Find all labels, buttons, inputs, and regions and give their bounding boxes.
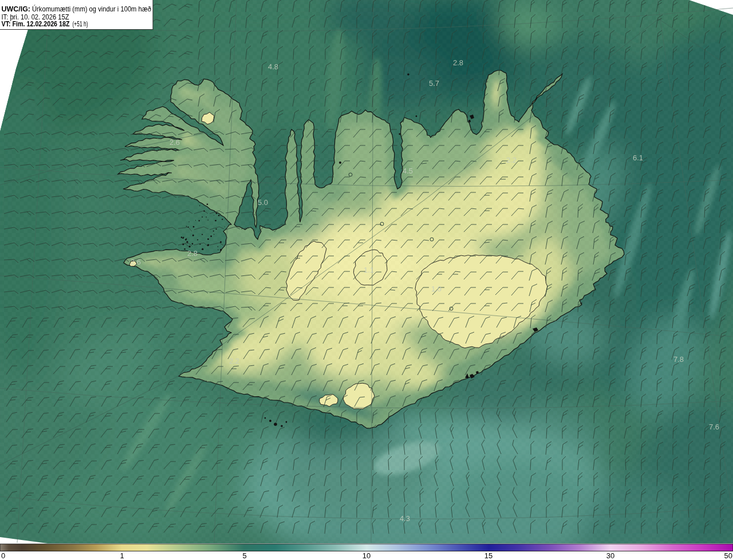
svg-text:1: 1 (120, 551, 124, 560)
svg-text:5: 5 (242, 551, 246, 560)
svg-text:2.2: 2.2 (229, 357, 239, 365)
svg-text:5.7: 5.7 (429, 79, 439, 88)
svg-text:Úrkomumætti (mm) og vindur i 1: Úrkomumætti (mm) og vindur i 100m hæð (32, 5, 151, 13)
svg-text:UWC/IG:: UWC/IG: (2, 5, 31, 13)
svg-text:6.1: 6.1 (633, 153, 643, 162)
svg-text:4.5: 4.5 (403, 167, 413, 175)
svg-text:2.6: 2.6 (170, 138, 180, 147)
svg-text:VT: Fim. 12.02.2026 18Z: VT: Fim. 12.02.2026 18Z (2, 19, 70, 28)
svg-text:4.3: 4.3 (400, 514, 410, 523)
svg-text:10: 10 (362, 551, 371, 560)
svg-text:2.2: 2.2 (506, 156, 517, 164)
svg-text:0: 0 (1, 551, 5, 560)
svg-text:2.8: 2.8 (453, 58, 463, 67)
svg-text:2.8: 2.8 (187, 249, 198, 258)
svg-text:30: 30 (606, 551, 614, 560)
svg-text:5.0: 5.0 (258, 198, 268, 207)
svg-text:50: 50 (724, 551, 732, 560)
svg-text:7.8: 7.8 (673, 355, 684, 364)
svg-text:7.6: 7.6 (709, 423, 719, 431)
svg-text:1.1: 1.1 (364, 266, 374, 274)
svg-text:4.8: 4.8 (268, 62, 278, 71)
svg-text:1.0: 1.0 (431, 285, 442, 293)
svg-text:15: 15 (484, 551, 492, 560)
svg-text:(+51 h): (+51 h) (73, 19, 88, 28)
svg-text:2.6: 2.6 (131, 258, 141, 266)
